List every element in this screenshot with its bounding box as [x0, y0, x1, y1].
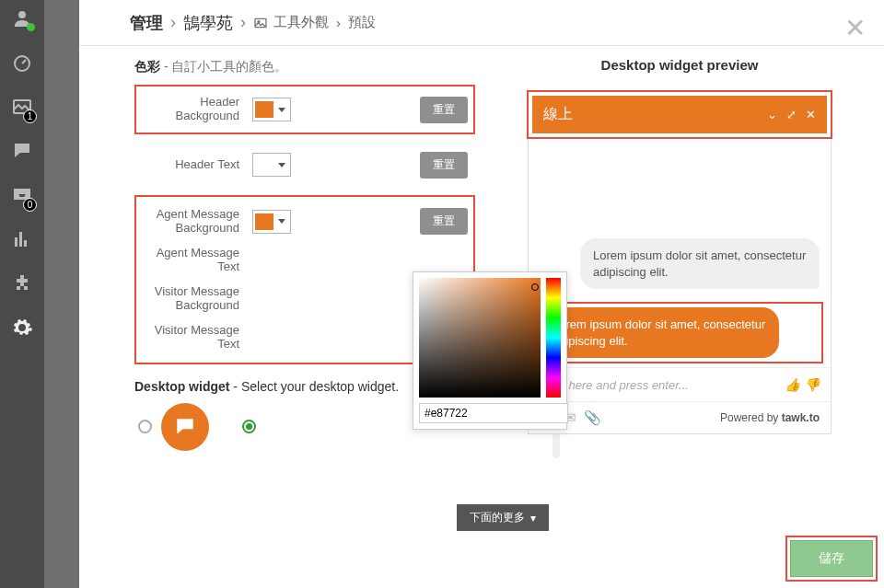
color-picker[interactable]	[413, 271, 567, 430]
row-agent-bg: Agent Message Background 重置	[142, 202, 468, 241]
label-visitor-text: Visitor Message Text	[142, 324, 252, 352]
close-icon[interactable]: ✕	[806, 108, 816, 121]
desktop-widget-desc: - Select your desktop widget.	[229, 379, 399, 394]
thumbs-up-icon[interactable]: 👍	[785, 377, 800, 392]
color-canvas[interactable]	[419, 278, 541, 398]
chat-header-title: 線上	[543, 105, 573, 124]
row-header-bg: Header Background 重置	[142, 90, 468, 129]
close-icon[interactable]: ✕	[844, 13, 866, 43]
breadcrumb: 管理 › 鵠學苑 › 工具外觀 › 預設	[130, 12, 376, 34]
chevron-down-icon	[278, 163, 285, 167]
label-header-text: Header Text	[142, 158, 252, 172]
widget-option-2-radio[interactable]	[242, 420, 256, 433]
crumb-l1[interactable]: 管理	[130, 12, 163, 34]
chat-widget-preview: 線上 ⌄ ⤢ ✕ Lorem ipsum dolor sit amet, con…	[528, 91, 832, 434]
crumb-image-icon	[253, 16, 268, 30]
crumb-l2[interactable]: 鵠學苑	[183, 12, 233, 34]
chat-header: 線上 ⌄ ⤢ ✕	[532, 96, 827, 133]
reset-header-text[interactable]: 重置	[420, 152, 468, 179]
reset-agent-bg[interactable]: 重置	[420, 208, 468, 235]
gear-icon[interactable]	[11, 317, 33, 339]
crumb-l3[interactable]: 工具外觀	[273, 14, 329, 31]
row-header-text: Header Text 重置	[142, 145, 468, 184]
widget-option-1-bubble[interactable]	[161, 403, 209, 451]
chat-body: Lorem ipsum dolor sit amet, consectetur …	[529, 137, 831, 367]
dashboard-icon[interactable]	[11, 52, 33, 74]
visitor-message: Lorem ipsum dolor sit amet, consectetur …	[580, 238, 820, 289]
addon-icon[interactable]	[11, 272, 33, 294]
image-icon[interactable]: 1	[11, 96, 33, 118]
analytics-icon[interactable]	[11, 228, 33, 250]
chat-footer: 🔊 ✉ 📎 Powered by tawk.to	[529, 401, 831, 433]
chat-input-row[interactable]: Type here and press enter... 👍👎	[529, 367, 831, 401]
powered-by: Powered by tawk.to	[720, 411, 820, 424]
swatch-header-text[interactable]	[252, 153, 291, 177]
agent-message: Lorem ipsum dolor sit amet, consectetur …	[540, 307, 779, 358]
avatar-icon[interactable]	[11, 7, 33, 29]
thumbs-down-icon[interactable]: 👎	[804, 377, 820, 392]
top-bar: 管理 › 鵠學苑 › 工具外觀 › 預設	[79, 0, 884, 46]
hex-input[interactable]	[419, 403, 568, 423]
swatch-agent-bg[interactable]	[252, 210, 291, 234]
section-colors-desc: - 自訂小工具的顏色。	[160, 59, 287, 74]
label-agent-text: Agent Message Text	[142, 247, 252, 274]
save-button[interactable]: 儲存	[790, 540, 873, 577]
section-colors-title: 色彩	[134, 59, 160, 74]
hue-slider[interactable]	[546, 278, 561, 398]
desktop-widget-title: Desktop widget	[134, 379, 229, 394]
chevron-down-icon	[278, 219, 285, 224]
nav-rail-secondary	[44, 0, 79, 588]
inbox-icon[interactable]: 0	[11, 184, 33, 206]
status-online-dot	[27, 23, 35, 31]
row-header-bg-highlight: Header Background 重置	[134, 85, 475, 134]
crumb-l4[interactable]: 預設	[348, 14, 376, 31]
reset-header-bg[interactable]: 重置	[420, 97, 468, 123]
label-agent-bg: Agent Message Background	[142, 208, 252, 236]
chat-header-highlight: 線上 ⌄ ⤢ ✕	[527, 90, 832, 139]
label-header-bg: Header Background	[142, 96, 252, 123]
row-header-text-wrap: Header Text 重置	[134, 140, 475, 190]
chevron-down-icon	[278, 108, 285, 112]
badge-images: 1	[23, 110, 37, 123]
color-cursor[interactable]	[531, 283, 539, 291]
swatch-header-bg[interactable]	[252, 98, 291, 121]
attach-icon[interactable]: 📎	[584, 409, 601, 426]
svg-point-0	[18, 11, 26, 18]
section-colors-label: 色彩 - 自訂小工具的顏色。	[134, 59, 475, 75]
badge-inbox: 0	[23, 198, 37, 212]
preview-title: Desktop widget preview	[512, 57, 847, 73]
chevron-down-icon[interactable]: ⌄	[767, 108, 777, 121]
popout-icon[interactable]: ⤢	[786, 108, 797, 121]
agent-message-highlight: Lorem ipsum dolor sit amet, consectetur …	[536, 302, 823, 363]
nav-rail-primary: 1 0	[0, 0, 44, 588]
widget-option-1-radio[interactable]	[138, 420, 152, 433]
main-area: 色彩 - 自訂小工具的顏色。 Header Background 重置 Head…	[79, 46, 884, 588]
label-visitor-bg: Visitor Message Background	[142, 285, 252, 313]
chat-icon[interactable]	[11, 140, 33, 162]
